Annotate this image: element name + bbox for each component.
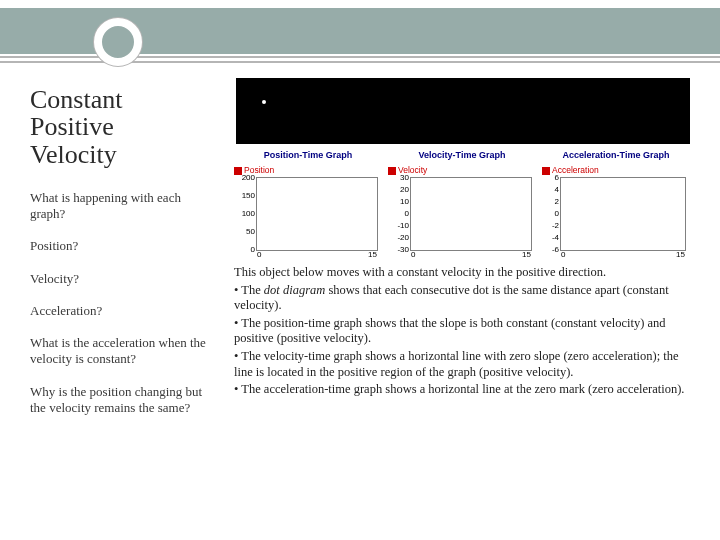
position-graph: Position-Time Graph Position 200 150 100… xyxy=(234,150,382,251)
b1b: dot diagram xyxy=(264,283,325,297)
title-line-3: Velocity xyxy=(30,140,117,169)
xtick: 0 xyxy=(561,250,565,260)
graph-title: Velocity-Time Graph xyxy=(388,150,536,161)
xtick: 15 xyxy=(368,250,377,260)
velocity-graph: Velocity-Time Graph Velocity 30 20 10 0 … xyxy=(388,150,536,251)
graph-row: Position-Time Graph Position 200 150 100… xyxy=(234,150,696,251)
ytick: -30 xyxy=(397,245,409,255)
dot-diagram xyxy=(236,78,690,144)
bullet-1: • The dot diagram shows that each consec… xyxy=(234,283,696,314)
ytick: 20 xyxy=(400,185,409,195)
ytick: 0 xyxy=(251,245,255,255)
bullet-3: • The velocity-time graph shows a horizo… xyxy=(234,349,696,380)
motion-dot xyxy=(262,100,266,104)
acceleration-graph: Acceleration-Time Graph Acceleration 6 4… xyxy=(542,150,690,251)
ytick: 2 xyxy=(555,197,559,207)
legend: Acceleration xyxy=(542,165,690,176)
plot-area: 30 20 10 0 -10 -20 -30 0 15 xyxy=(410,177,532,251)
ytick: -20 xyxy=(397,233,409,243)
page-title: Constant Positive Velocity xyxy=(30,86,218,168)
ytick: 6 xyxy=(555,173,559,183)
ytick: 150 xyxy=(242,191,255,201)
explanation: This object below moves with a constant … xyxy=(234,265,696,398)
xtick: 0 xyxy=(257,250,261,260)
question-4: Acceleration? xyxy=(30,303,218,319)
ytick: 50 xyxy=(246,227,255,237)
b1a: • The xyxy=(234,283,264,297)
ytick: -10 xyxy=(397,221,409,231)
left-column: Constant Positive Velocity What is happe… xyxy=(0,70,228,530)
ytick: 0 xyxy=(555,209,559,219)
explanation-intro: This object below moves with a constant … xyxy=(234,265,696,281)
graph-title: Position-Time Graph xyxy=(234,150,382,161)
legend-swatch-icon xyxy=(388,167,396,175)
plot-area: 6 4 2 0 -2 -4 -6 0 15 xyxy=(560,177,686,251)
legend-swatch-icon xyxy=(542,167,550,175)
ytick: 200 xyxy=(242,173,255,183)
ytick: 30 xyxy=(400,173,409,183)
content: Constant Positive Velocity What is happe… xyxy=(0,70,720,530)
xtick: 15 xyxy=(676,250,685,260)
ytick: 10 xyxy=(400,197,409,207)
ytick: -4 xyxy=(552,233,559,243)
ytick: 4 xyxy=(555,185,559,195)
title-line-1: Constant xyxy=(30,85,122,114)
question-2: Position? xyxy=(30,238,218,254)
xtick: 0 xyxy=(411,250,415,260)
ring-badge-icon xyxy=(94,18,142,66)
legend: Velocity xyxy=(388,165,536,176)
ytick: 100 xyxy=(242,209,255,219)
plot-area: 200 150 100 50 0 0 15 xyxy=(256,177,378,251)
legend-label: Acceleration xyxy=(552,165,599,176)
xtick: 15 xyxy=(522,250,531,260)
question-1: What is happening with each graph? xyxy=(30,190,218,223)
ytick: -2 xyxy=(552,221,559,231)
bullet-4: • The acceleration-time graph shows a ho… xyxy=(234,382,696,398)
bullet-2: • The position-time graph shows that the… xyxy=(234,316,696,347)
ytick: 0 xyxy=(405,209,409,219)
question-6: Why is the position changing but the vel… xyxy=(30,384,218,417)
question-5: What is the acceleration when the veloci… xyxy=(30,335,218,368)
legend: Position xyxy=(234,165,382,176)
right-column: Position-Time Graph Position 200 150 100… xyxy=(228,70,708,530)
title-line-2: Positive xyxy=(30,112,114,141)
ytick: -6 xyxy=(552,245,559,255)
graph-title: Acceleration-Time Graph xyxy=(542,150,690,161)
question-3: Velocity? xyxy=(30,271,218,287)
